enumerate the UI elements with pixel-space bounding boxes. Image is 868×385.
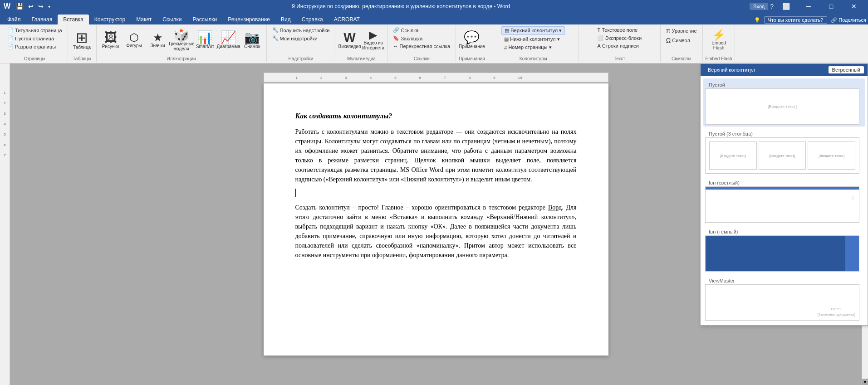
horizontal-ruler: 12345678910: [264, 73, 608, 83]
online-video-icon: ▶: [369, 29, 377, 40]
tab-design[interactable]: Конструктор: [89, 15, 131, 24]
addins-col: 🔧 Получить надстройки 🔧 Мои надстройки: [270, 26, 333, 42]
pages-group-label: Страницы: [24, 55, 45, 61]
pages-buttons-col: 📄 Титульная страница 📄 Пустая страница 📄…: [5, 26, 65, 50]
dropdown-builtin-btn[interactable]: Встроенный: [829, 66, 864, 73]
chart-btn[interactable]: 📈 Диаграмма: [217, 26, 240, 54]
ribbon-display-btn[interactable]: ⬜: [775, 0, 796, 13]
redo-qa-btn[interactable]: ↪: [36, 2, 45, 11]
table-btn[interactable]: ⊞ Таблица: [71, 26, 93, 54]
wikipedia-icon: W: [343, 31, 355, 44]
3d-icon: 🎲: [173, 29, 189, 41]
embed-flash-btn[interactable]: ⚡ Embed Flash: [707, 26, 730, 54]
save-qa-btn[interactable]: 💾: [14, 2, 25, 11]
blank-page-btn[interactable]: 📄 Пустая страница: [5, 34, 65, 42]
ion-dark-accent: [845, 236, 859, 271]
smartart-btn[interactable]: 📊 SmartArt: [194, 26, 216, 54]
textbox-btn[interactable]: T Текстовое поле: [594, 26, 644, 34]
equation-btn[interactable]: π Уравнение: [663, 26, 700, 35]
links-col: 🔗 Ссылка 🔖 Закладка ↔ Перекрестная ссылк…: [390, 26, 453, 50]
maximize-btn[interactable]: □: [821, 0, 842, 13]
header-option-whisp[interactable]: Whisp [Заголовок документа] [Заголовок д…: [703, 323, 865, 325]
online-video-btn[interactable]: ▶ Видео из Интернета: [362, 26, 384, 54]
header-option-ion-light[interactable]: Ion (светлый) |: [703, 176, 865, 224]
comment-icon: 💬: [464, 31, 480, 44]
comment-btn[interactable]: 💬 Примечание: [461, 26, 483, 54]
screenshot-btn[interactable]: 📷 Снимок: [241, 26, 264, 54]
page-break-icon: 📄: [7, 44, 14, 49]
help-search-label[interactable]: Что вы хотите сделать?: [764, 16, 828, 24]
wordart-btn[interactable]: A Строки подписи: [594, 42, 644, 49]
minimize-btn[interactable]: ─: [798, 0, 819, 13]
close-btn[interactable]: ✕: [843, 0, 864, 13]
tab-file[interactable]: Файл: [2, 15, 26, 24]
ribbon: 📄 Титульная страница 📄 Пустая страница 📄…: [0, 24, 868, 63]
tab-insert[interactable]: Вставка: [58, 15, 89, 24]
illustrations-group-content: 🖼 Рисунки ⬡ Фигуры ★ Значки 🎲 Трёхмерные…: [99, 26, 264, 55]
tab-acrobat[interactable]: ACROBAT: [329, 15, 365, 24]
login-btn[interactable]: Вход: [750, 3, 768, 10]
customize-qa-btn[interactable]: ▾: [46, 3, 52, 10]
shapes-btn[interactable]: ⬡ Фигуры: [123, 26, 146, 54]
pages-group-content: 📄 Титульная страница 📄 Пустая страница 📄…: [5, 26, 65, 55]
comments-group-label: Примечания: [459, 55, 485, 61]
header-footer-group-content: ▤ Верхний колонтитул ▾ ▤ Нижний колонтит…: [501, 26, 565, 55]
tab-references[interactable]: Ссылки: [157, 15, 187, 24]
ion-light-label: Ion (светлый): [705, 178, 863, 186]
tab-help[interactable]: Справка: [296, 15, 329, 24]
header-option-3col[interactable]: Пустой (3 столбца) [Введите текст] [Введ…: [703, 127, 865, 175]
share-btn[interactable]: 🔗 Поделиться: [831, 17, 866, 23]
page-number-btn[interactable]: # Номер страницы ▾: [501, 44, 565, 51]
tab-review[interactable]: Рецензирование: [222, 15, 275, 24]
3col-box-3: [Введите текст]: [808, 141, 855, 170]
express-btn[interactable]: ⬜ Экспресс-блоки: [594, 34, 644, 42]
viewmaster-preview: [Заголовок документа] Utere!: [705, 284, 859, 321]
ribbon-group-header-footer: ▤ Верхний колонтитул ▾ ▤ Нижний колонтит…: [488, 25, 579, 62]
ribbon-group-addins: 🔧 Получить надстройки 🔧 Мои надстройки Н…: [267, 25, 336, 62]
dropdown-trigger-btn[interactable]: Верхний колонтитул: [704, 66, 759, 74]
tab-mail[interactable]: Рассылки: [187, 15, 222, 24]
word-link[interactable]: Ворд: [548, 204, 562, 211]
3d-btn[interactable]: 🎲 Трёхмерные модели: [170, 26, 193, 54]
scroll-down-btn[interactable]: ▼: [862, 379, 868, 385]
header-btn[interactable]: ▤ Верхний колонтитул ▾: [501, 26, 565, 35]
tables-group-label: Таблицы: [73, 55, 91, 61]
tab-home[interactable]: Главная: [26, 15, 58, 24]
header-option-empty[interactable]: Пустой [Введите текст]: [703, 78, 865, 127]
comments-group-content: 💬 Примечание: [461, 26, 483, 55]
my-addins-btn[interactable]: 🔧 Мои надстройки: [270, 34, 333, 42]
page-break-btn[interactable]: 📄 Разрыв страницы: [5, 43, 65, 50]
dropdown-header: Верхний колонтитул Встроенный: [701, 64, 868, 76]
title-bar: W 💾 ↩ ↪ ▾ 9 Инструкция по созданию, реда…: [0, 0, 868, 13]
undo-qa-btn[interactable]: ↩: [26, 2, 35, 11]
tab-view[interactable]: Вид: [275, 15, 296, 24]
doc-page[interactable]: Как создавать колонтитулы? Работать с ко…: [264, 83, 608, 356]
footer-btn[interactable]: ▤ Нижний колонтитул ▾: [501, 35, 565, 43]
link-btn[interactable]: 🔗 Ссылка: [390, 26, 453, 34]
bookmark-icon: 🔖: [393, 35, 399, 41]
bookmark-btn[interactable]: 🔖 Закладка: [390, 34, 453, 42]
ion-light-bar: [706, 187, 859, 190]
header-option-viewmaster[interactable]: ViewMaster [Заголовок документа] Utere!: [703, 274, 865, 322]
tab-layout[interactable]: Макет: [131, 15, 157, 24]
symbol-btn[interactable]: Ω Символ: [663, 36, 700, 45]
3col-box-1: [Введите текст]: [709, 141, 757, 170]
header-option-ion-dark[interactable]: Ion (тёмный): [703, 225, 865, 273]
text-col1: T Текстовое поле ⬜ Экспресс-блоки A Стро…: [594, 26, 644, 49]
screenshot-icon: 📷: [244, 31, 260, 44]
pictures-icon: 🖼: [104, 31, 117, 44]
cross-ref-btn[interactable]: ↔ Перекрестная ссылка: [390, 43, 453, 50]
addins-group-label: Надстройки: [289, 55, 314, 61]
empty-preview: [Введите текст]: [705, 88, 859, 125]
dropdown-scrollable[interactable]: Пустой [Введите текст] Пустой Пустой вер…: [701, 76, 868, 325]
symbol-icon: Ω: [666, 37, 671, 44]
title-page-btn[interactable]: 📄 Титульная страница: [5, 26, 65, 34]
embed-flash-icon: ⚡: [712, 29, 726, 40]
help-icon[interactable]: ?: [770, 3, 774, 10]
icons-btn[interactable]: ★ Значки: [147, 26, 169, 54]
wikipedia-btn[interactable]: W Википедия: [338, 26, 361, 54]
get-addins-btn[interactable]: 🔧 Получить надстройки: [270, 26, 333, 34]
pictures-btn[interactable]: 🖼 Рисунки: [99, 26, 122, 54]
ribbon-group-tables: ⊞ Таблица Таблицы: [68, 25, 97, 62]
doc-para-2: Создать колонтитул – просто! Главное – х…: [295, 203, 577, 260]
